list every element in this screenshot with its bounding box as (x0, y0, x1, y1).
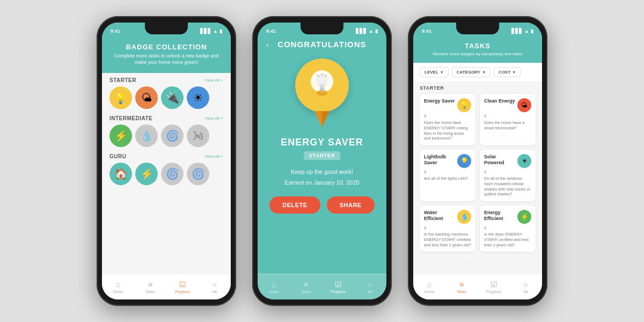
phone3-screen: 9:41 ▋▋▋ ▲ ▮ TASKS Recieve more badges b… (413, 23, 542, 299)
nav-tasks-label-1: Tasks (145, 290, 155, 294)
intermediate-section-header: INTERMEDIATE View All + (109, 115, 223, 121)
task1-badge: 💡 (457, 98, 471, 112)
me-icon-2: ○ (368, 280, 372, 289)
badge-lightning[interactable]: ⚡ (109, 125, 132, 147)
tasks-content: STARTER Energy Saver 💡 $ Does the home h… (413, 82, 542, 259)
nav-home-3[interactable]: ⌂ Home (413, 274, 445, 299)
task-clean-energy[interactable]: Clean Energy 🌤 $ Does the home have a sm… (480, 94, 536, 145)
phone1-screen: 9:41 ▋▋▋ ▲ ▮ BADGE COLLECTION Complete m… (102, 23, 231, 299)
svg-rect-6 (320, 90, 324, 91)
phone2-notch (301, 23, 343, 34)
guru-section: GURU View All + 🏠 ⚡ 🌀 🌀 (102, 149, 231, 187)
guru-view-all[interactable]: View All + (204, 154, 223, 159)
wifi-icon: ▲ (213, 28, 218, 34)
task-energy-saver[interactable]: Energy Saver 💡 $ Does the home have ENER… (420, 94, 475, 145)
intermediate-section: INTERMEDIATE View All + ⚡ 💧 🌀 🌬 (102, 111, 231, 149)
nav-tasks-3[interactable]: ≡ Tasks (445, 274, 478, 299)
starter-badges: 💡 🌤 🔌 ☀ (109, 86, 223, 109)
filter-row: LEVEL ▼ CATEGORY ▼ COST ▼ (413, 63, 542, 82)
badge-plug[interactable]: 🔌 (161, 86, 184, 109)
tasks-icon-1: ≡ (148, 280, 152, 289)
nav-home-1[interactable]: ⌂ Home (102, 274, 134, 299)
nav-home-label-1: Home (113, 290, 123, 294)
nav-tasks-1[interactable]: ≡ Tasks (134, 274, 166, 299)
badge-water-gray[interactable]: 💧 (135, 125, 158, 147)
task2-cost: $ (484, 114, 531, 119)
nav-progress-label-1: Progress (175, 290, 190, 294)
phone3-tasks: 9:41 ▋▋▋ ▲ ▮ TASKS Recieve more badges b… (408, 16, 547, 306)
filter-category[interactable]: CATEGORY ▼ (452, 67, 491, 77)
nav-progress-2[interactable]: ☑ Progress (322, 274, 354, 299)
task1-name: Energy Saver (424, 98, 455, 104)
progress-icon-3: ☑ (491, 280, 497, 289)
task-solar-powered[interactable]: Solar Powered ☀ $ Do all of the windows … (480, 150, 536, 201)
task2-badge-icon: 🌤 (521, 101, 528, 109)
badge-guru4[interactable]: 🌀 (187, 163, 209, 185)
nav-me-label-2: Me (368, 290, 373, 294)
earned-date: Earned on January 10, 2020 (285, 179, 360, 186)
badge-clean-energy[interactable]: 🌤 (135, 86, 158, 109)
task1-header: Energy Saver 💡 (424, 98, 471, 112)
battery-icon-3: ▮ (531, 28, 533, 34)
intermediate-badges: ⚡ 💧 🌀 🌬 (109, 125, 223, 147)
cost-arrow: ▼ (512, 70, 516, 74)
phone3-header: TASKS Recieve more badges by completing … (413, 38, 542, 63)
task4-header: Solar Powered ☀ (484, 154, 531, 168)
starter-section: STARTER View All + 💡 🌤 🔌 ☀ (102, 73, 231, 111)
share-button[interactable]: SHARE (327, 196, 375, 214)
task6-badge-icon: ⚡ (521, 213, 529, 221)
task6-name: Energy Efficient (484, 210, 517, 222)
nav-me-1[interactable]: ○ Me (199, 274, 231, 299)
intermediate-title: INTERMEDIATE (109, 115, 152, 121)
home-icon: ⌂ (116, 280, 120, 289)
task-water-efficient[interactable]: Water Efficient 💧 $ Is the washing machi… (420, 206, 475, 252)
nav-progress-3[interactable]: ☑ Progress (478, 274, 510, 299)
phone2-screen: 9:41 ▋▋▋ ▲ ▮ ‹ CONGRATULATIONS (258, 23, 386, 299)
nav-home-2[interactable]: ⌂ Home (258, 274, 290, 299)
tasks-section-title: STARTER (420, 85, 536, 91)
phone3-status-icons: ▋▋▋ ▲ ▮ (511, 28, 533, 34)
badge-wind-gray[interactable]: 🌬 (187, 125, 209, 147)
battery-icon-2: ▮ (375, 28, 378, 34)
task5-cost: $ (424, 225, 471, 230)
phone1-header-sub: Complete more tasks to unlock a new badg… (111, 53, 222, 65)
task3-cost: $ (424, 170, 471, 174)
badge-guru3[interactable]: 🌀 (161, 163, 184, 185)
task5-name: Water Efficient (424, 210, 457, 222)
home-icon-2: ⌂ (272, 280, 276, 289)
badge-home[interactable]: 🏠 (109, 163, 132, 185)
filter-level[interactable]: LEVEL ▼ (420, 67, 449, 77)
nav-me-3[interactable]: ○ Me (510, 274, 542, 299)
guru-section-header: GURU View All + (109, 153, 223, 159)
badge-solar[interactable]: ☀ (187, 86, 209, 109)
task-lightbulb-saver[interactable]: Lightbulb Saver 💡 $ Are all of the light… (420, 150, 475, 201)
phone1-time: 9:41 (111, 28, 120, 34)
task-energy-efficient[interactable]: Energy Efficient ⚡ $ Is the dryer ENERGY… (480, 206, 536, 252)
nav-progress-label-2: Progress (331, 290, 346, 294)
starter-view-all[interactable]: View All + (204, 78, 223, 83)
delete-button[interactable]: DELETE (269, 196, 320, 214)
back-button[interactable]: ‹ (266, 40, 269, 49)
home-icon-3: ⌂ (427, 280, 431, 289)
phone3-bottom-nav: ⌂ Home ≡ Tasks ☑ Progress ○ Me (413, 274, 542, 299)
phone1-bottom-nav: ⌂ Home ≡ Tasks ☑ Progress ○ Me (102, 274, 231, 299)
phone1-header: BADGE COLLECTION Complete more tasks to … (102, 38, 231, 73)
task3-header: Lightbulb Saver 💡 (424, 154, 471, 168)
phone1-status-icons: ▋▋▋ ▲ ▮ (200, 28, 222, 34)
nav-progress-1[interactable]: ☑ Progress (166, 274, 199, 299)
filter-cost[interactable]: COST ▼ (494, 67, 521, 77)
congrats-content: ENERGY SAVER STARTER Keep up the good wo… (258, 53, 386, 219)
badge-energy-saver[interactable]: 💡 (109, 86, 132, 109)
progress-icon-2: ☑ (335, 280, 342, 289)
task6-desc: Is the dryer ENERGY STAR® certified and … (484, 232, 531, 247)
badge-tag: STARTER (304, 151, 341, 160)
nav-me-2[interactable]: ○ Me (354, 274, 386, 299)
signal-icon-2: ▋▋▋ (356, 28, 367, 34)
cost-label: COST (499, 70, 510, 75)
badge-fan-gray[interactable]: 🌀 (161, 125, 184, 147)
task1-desc: Does the home have ENERGY STAR® ceiling … (424, 120, 471, 141)
task3-badge: 💡 (457, 154, 471, 168)
badge-energy-guru[interactable]: ⚡ (135, 163, 158, 185)
nav-tasks-2[interactable]: ≡ Tasks (290, 274, 322, 299)
intermediate-view-all[interactable]: View All + (204, 116, 223, 121)
